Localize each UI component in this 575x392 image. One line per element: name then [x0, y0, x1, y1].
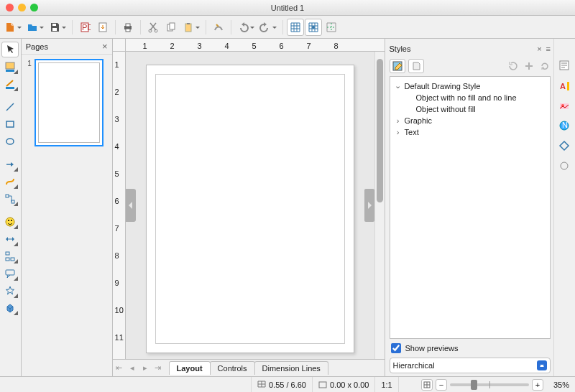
- svg-rect-26: [11, 258, 14, 261]
- sidebar-tabs: AN: [553, 39, 575, 376]
- open-button[interactable]: [24, 19, 46, 36]
- tool-3d[interactable]: [1, 300, 19, 316]
- status-bar: 0.55 / 6.60 0.00 x 0.00 1:1 − + 35%: [0, 376, 575, 392]
- svg-rect-32: [567, 82, 569, 90]
- zoom-value[interactable]: 35%: [546, 381, 569, 389]
- svg-rect-21: [12, 200, 14, 203]
- pages-title: Pages: [26, 42, 48, 51]
- zoom-out[interactable]: −: [436, 379, 447, 391]
- styles-title: Styles: [390, 45, 411, 53]
- pages-panel: Pages × 1: [22, 39, 113, 376]
- canvas[interactable]: [126, 52, 374, 359]
- status-selection-size: 0.00 x 0.00: [313, 377, 375, 392]
- sidebar-menu[interactable]: ≡: [546, 45, 551, 53]
- tool-smiley[interactable]: [1, 214, 19, 230]
- layer-tab-dimension-lines[interactable]: Dimension Lines: [254, 361, 328, 375]
- tool-fill-color[interactable]: [1, 59, 19, 75]
- panel-collapse-left[interactable]: [126, 189, 136, 222]
- tab-nav-last[interactable]: ⇥: [152, 363, 165, 373]
- style-node[interactable]: Object with no fill and no line: [392, 92, 548, 103]
- status-scale[interactable]: 1:1: [375, 377, 398, 392]
- status-cursor-pos: 0.55 / 6.60: [252, 377, 313, 392]
- svg-rect-11: [170, 23, 175, 29]
- svg-rect-16: [6, 70, 14, 72]
- zoom-in[interactable]: +: [532, 379, 543, 391]
- paste-button[interactable]: [180, 19, 202, 36]
- tool-line-color[interactable]: [1, 76, 19, 92]
- svg-text:N: N: [562, 121, 568, 129]
- sidebar-styles-panel[interactable]: N: [556, 118, 572, 134]
- export-button[interactable]: [94, 19, 111, 36]
- print-button[interactable]: [119, 19, 137, 36]
- ruler-horizontal: 12345678: [113, 39, 385, 52]
- tool-curve[interactable]: [1, 174, 19, 190]
- svg-rect-27: [6, 258, 9, 261]
- style-node[interactable]: Object without fill: [392, 103, 548, 115]
- zoom-fit[interactable]: [421, 379, 433, 391]
- styles-tree[interactable]: ⌄Default Drawing StyleObject with no fil…: [390, 76, 551, 339]
- tool-select[interactable]: [1, 42, 19, 57]
- helplines-button[interactable]: [323, 19, 340, 36]
- snap-button[interactable]: [305, 19, 322, 36]
- tool-line[interactable]: [1, 99, 19, 115]
- svg-rect-6: [126, 24, 130, 27]
- tab-nav-prev[interactable]: ◂: [126, 363, 139, 373]
- window-title: Untitled 1: [0, 4, 575, 12]
- svg-rect-38: [319, 382, 326, 388]
- layer-tabs: ⇤ ◂ ▸ ⇥ LayoutControlsDimension Lines: [113, 359, 385, 376]
- tool-arrow[interactable]: [1, 157, 19, 172]
- tab-nav-first[interactable]: ⇤: [113, 363, 126, 373]
- styles-panel: Styles × ≡ ⌄Default Drawing StyleObject …: [385, 39, 553, 376]
- ruler-corner: [113, 39, 126, 51]
- grid-button[interactable]: [287, 19, 304, 36]
- svg-rect-17: [6, 87, 14, 89]
- style-node[interactable]: ›Text: [392, 126, 548, 138]
- sidebar-navigator[interactable]: [556, 98, 572, 113]
- style-node[interactable]: ⌄Default Drawing Style: [392, 80, 548, 92]
- panel-collapse-right[interactable]: [364, 189, 374, 222]
- clear-style-button[interactable]: [408, 59, 424, 73]
- clone-button[interactable]: [210, 19, 227, 36]
- layer-tab-controls[interactable]: Controls: [210, 361, 255, 375]
- refresh-button[interactable]: [539, 60, 551, 72]
- tool-ellipse[interactable]: [1, 134, 19, 149]
- page[interactable]: [146, 65, 354, 353]
- tool-callout[interactable]: [1, 266, 19, 281]
- svg-rect-1: [52, 28, 57, 31]
- export-pdf-button[interactable]: PDF: [76, 19, 93, 36]
- page-thumb[interactable]: 1: [26, 59, 108, 146]
- fill-style-button[interactable]: [390, 59, 405, 73]
- show-previews-label: Show previews: [405, 344, 459, 353]
- svg-point-24: [11, 220, 12, 221]
- svg-rect-12: [185, 24, 191, 32]
- close-pages-panel[interactable]: ×: [102, 42, 108, 51]
- sidebar-shapes[interactable]: [556, 138, 572, 154]
- undo-button[interactable]: [235, 19, 257, 36]
- sidebar-gallery[interactable]: A: [556, 78, 572, 93]
- tool-connector[interactable]: [1, 191, 19, 207]
- scrollbar-vertical[interactable]: [374, 52, 385, 359]
- cut-button[interactable]: [144, 19, 162, 36]
- tool-star[interactable]: [1, 283, 19, 299]
- style-node[interactable]: ›Graphic: [392, 115, 548, 126]
- show-previews-checkbox[interactable]: [391, 343, 401, 353]
- new-button[interactable]: [2, 19, 24, 36]
- tool-double-arrow[interactable]: [1, 231, 19, 247]
- zoom-slider[interactable]: [450, 383, 529, 386]
- styles-filter-select[interactable]: Hierarchical: [390, 358, 551, 373]
- toolbar: PDF: [0, 16, 575, 39]
- sidebar-effects[interactable]: [556, 158, 572, 174]
- update-style-button[interactable]: [507, 60, 519, 72]
- layer-tab-layout[interactable]: Layout: [169, 361, 211, 375]
- tool-flowchart[interactable]: [1, 248, 19, 264]
- new-style-button[interactable]: [523, 60, 535, 72]
- tab-nav-next[interactable]: ▸: [139, 363, 152, 373]
- copy-button[interactable]: [162, 19, 180, 36]
- tool-rect[interactable]: [1, 116, 19, 132]
- redo-button[interactable]: [257, 19, 279, 36]
- svg-point-22: [6, 218, 14, 226]
- titlebar: Untitled 1: [0, 0, 575, 16]
- sidebar-properties[interactable]: [556, 57, 572, 73]
- close-styles-panel[interactable]: ×: [537, 45, 541, 53]
- save-button[interactable]: [47, 19, 68, 36]
